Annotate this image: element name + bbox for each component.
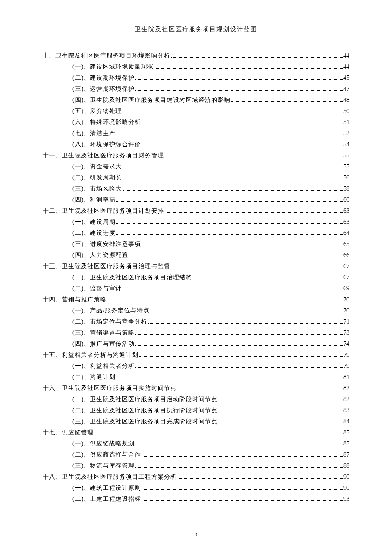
toc-entry: (一)、卫生院及社区医疗服务项目治理结构67 bbox=[43, 272, 349, 283]
toc-leader-dots bbox=[135, 76, 343, 80]
toc-page-number: 54 bbox=[343, 142, 349, 147]
toc-entry: (一)、建设区域环境质量现状44 bbox=[43, 61, 349, 72]
toc-leader-dots bbox=[123, 165, 343, 168]
toc-entry: 十、卫生院及社区医疗服务项目环境影响分析44 bbox=[43, 50, 349, 61]
toc-entry: 十四、营销与推广策略70 bbox=[43, 294, 349, 305]
toc-page-number: 65 bbox=[343, 241, 349, 247]
toc-leader-dots bbox=[123, 109, 343, 113]
toc-entry: 十七、供应链管理85 bbox=[43, 427, 349, 438]
toc-label: 十五、利益相关者分析与沟通计划 bbox=[43, 352, 138, 358]
toc-leader-dots bbox=[142, 486, 343, 490]
toc-label: (二)、供应商选择与合作 bbox=[72, 452, 141, 458]
toc-leader-dots bbox=[107, 298, 343, 301]
toc-page-number: 64 bbox=[343, 230, 349, 236]
toc-page-number: 51 bbox=[343, 119, 349, 125]
toc-leader-dots bbox=[219, 419, 343, 423]
toc-leader-dots bbox=[155, 65, 343, 69]
toc-leader-dots bbox=[135, 364, 343, 368]
toc-leader-dots bbox=[142, 453, 343, 457]
toc-label: (一)、供应链战略规划 bbox=[72, 441, 135, 447]
toc-entry: (三)、营销渠道与策略73 bbox=[43, 327, 349, 338]
toc-leader-dots bbox=[142, 242, 343, 246]
toc-entry: (四)、利润率高60 bbox=[43, 194, 349, 205]
toc-page-number: 90 bbox=[343, 474, 349, 480]
toc-label: 十三、卫生院及社区医疗服务项目治理与监督 bbox=[43, 263, 170, 269]
toc-entry: (四)、人力资源配置66 bbox=[43, 250, 349, 261]
toc-label: 十二、卫生院及社区医疗服务项目计划安排 bbox=[43, 208, 164, 214]
toc-page-number: 48 bbox=[343, 97, 349, 103]
toc-label: 十八、卫生院及社区医疗服务项目工程方案分析 bbox=[43, 474, 177, 480]
toc-label: (二)、建设期环境保护 bbox=[72, 75, 135, 81]
toc-leader-dots bbox=[178, 386, 343, 390]
toc-leader-dots bbox=[193, 275, 343, 279]
toc-label: (六)、特殊环境影响分析 bbox=[72, 119, 141, 125]
toc-entry: 十二、卫生院及社区医疗服务项目计划安排63 bbox=[43, 205, 349, 217]
toc-entry: (二)、市场定位与竞争分析71 bbox=[43, 316, 349, 327]
toc-entry: (五)、废弃物处理50 bbox=[43, 106, 349, 117]
toc-leader-dots bbox=[171, 54, 343, 58]
toc-entry: (一)、建筑工程设计原则90 bbox=[43, 483, 349, 494]
toc-page-number: 79 bbox=[343, 352, 349, 358]
toc-label: 十四、营销与推广策略 bbox=[43, 297, 107, 303]
page-number: 3 bbox=[0, 531, 392, 538]
toc-label: (三)、物流与库存管理 bbox=[72, 463, 135, 469]
toc-entry: (三)、进度安排注意事项65 bbox=[43, 239, 349, 250]
toc-entry: 十六、卫生院及社区医疗服务项目实施时间节点82 bbox=[43, 383, 349, 394]
toc-label: (二)、监督与审计 bbox=[72, 286, 122, 292]
toc-label: (一)、利益相关者分析 bbox=[72, 363, 135, 369]
toc-entry: 十八、卫生院及社区医疗服务项目工程方案分析90 bbox=[43, 471, 349, 483]
toc-label: (八)、环境保护综合评价 bbox=[72, 142, 141, 147]
toc-label: (二)、土建工程建设指标 bbox=[72, 496, 141, 502]
toc-page-number: 87 bbox=[343, 452, 349, 458]
toc-label: (三)、营销渠道与策略 bbox=[72, 330, 135, 336]
toc-leader-dots bbox=[116, 375, 343, 379]
toc-leader-dots bbox=[150, 309, 343, 312]
toc-leader-dots bbox=[135, 331, 343, 335]
toc-leader-dots bbox=[231, 98, 343, 102]
toc-label: (一)、资金需求大 bbox=[72, 164, 122, 170]
toc-leader-dots bbox=[116, 231, 343, 235]
toc-page-number: 58 bbox=[343, 186, 349, 192]
toc-page-number: 70 bbox=[343, 297, 349, 303]
toc-entry: (一)、卫生院及社区医疗服务项目启动阶段时间节点82 bbox=[43, 394, 349, 405]
toc-leader-dots bbox=[123, 176, 343, 179]
document-page: 卫生院及社区医疗服务项目规划设计蓝图 十、卫生院及社区医疗服务项目环境影响分析4… bbox=[0, 0, 392, 505]
toc-entry: (八)、环境保护综合评价54 bbox=[43, 139, 349, 150]
toc-label: (二)、沟通计划 bbox=[72, 374, 115, 380]
toc-leader-dots bbox=[219, 397, 343, 401]
toc-label: (一)、产品/服务定位与特点 bbox=[72, 308, 150, 314]
toc-page-number: 63 bbox=[343, 219, 349, 225]
toc-entry: (二)、土建工程建设指标93 bbox=[43, 494, 349, 505]
toc-entry: (三)、运营期环境保护47 bbox=[43, 84, 349, 95]
toc-page-number: 84 bbox=[343, 419, 349, 425]
toc-leader-dots bbox=[142, 142, 343, 146]
toc-label: (一)、建设周期 bbox=[72, 219, 115, 225]
toc-page-number: 67 bbox=[343, 263, 349, 269]
toc-page-number: 93 bbox=[343, 496, 349, 502]
toc-leader-dots bbox=[95, 431, 343, 434]
toc-page-number: 44 bbox=[343, 53, 349, 59]
toc-leader-dots bbox=[135, 464, 343, 468]
toc-label: (二)、市场定位与竞争分析 bbox=[72, 319, 147, 325]
toc-label: 十六、卫生院及社区医疗服务项目实施时间节点 bbox=[43, 385, 177, 391]
toc-page-number: 71 bbox=[343, 319, 349, 325]
toc-entry: (七)、清洁生产52 bbox=[43, 128, 349, 139]
toc-page-number: 74 bbox=[343, 341, 349, 347]
toc-page-number: 45 bbox=[343, 75, 349, 81]
toc-label: 十一、卫生院及社区医疗服务项目财务管理 bbox=[43, 153, 164, 159]
toc-leader-dots bbox=[148, 320, 343, 324]
toc-label: (四)、利润率高 bbox=[72, 197, 115, 203]
toc-entry: (四)、推广与宣传活动74 bbox=[43, 338, 349, 350]
toc-label: (三)、运营期环境保护 bbox=[72, 86, 135, 92]
toc-page-number: 55 bbox=[343, 164, 349, 170]
toc-leader-dots bbox=[219, 408, 343, 412]
toc-page-number: 81 bbox=[343, 374, 349, 380]
toc-entry: (四)、卫生院及社区医疗服务项目建设对区域经济的影响48 bbox=[43, 95, 349, 106]
toc-label: 十七、供应链管理 bbox=[43, 430, 94, 436]
toc-entry: (六)、特殊环境影响分析51 bbox=[43, 117, 349, 128]
toc-entry: (二)、供应商选择与合作87 bbox=[43, 449, 349, 460]
toc-leader-dots bbox=[165, 209, 343, 213]
toc-entry: 十一、卫生院及社区医疗服务项目财务管理55 bbox=[43, 150, 349, 161]
toc-page-number: 56 bbox=[343, 175, 349, 181]
toc-page-number: 69 bbox=[343, 286, 349, 292]
